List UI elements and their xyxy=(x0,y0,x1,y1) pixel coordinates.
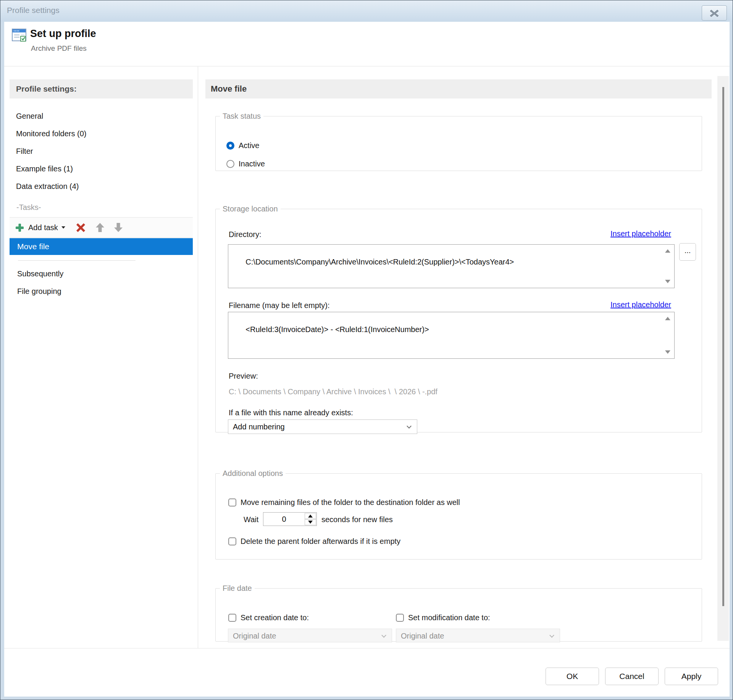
task-status-group: Task status Active Inactive xyxy=(215,112,702,171)
sidebar-heading: Profile settings: xyxy=(10,79,193,98)
filename-value: <RuleId:3(InvoiceDate)> - <RuleId:1(Invo… xyxy=(245,325,429,334)
profile-settings-window: Profile settings Set up profile Archive … xyxy=(0,0,733,700)
dropdown-caret-icon xyxy=(61,226,65,229)
sidebar-divider xyxy=(198,66,198,648)
task-list-separator xyxy=(18,260,136,261)
wait-suffix-label: seconds for new files xyxy=(321,515,393,524)
add-task-button[interactable]: Add task xyxy=(15,223,65,232)
set-creation-date-row: Set creation date to: xyxy=(228,613,309,623)
creation-date-dropdown[interactable]: Original date xyxy=(228,629,392,642)
additional-options-legend: Additional options xyxy=(220,469,286,478)
delete-parent-label: Delete the parent folder afterwards if i… xyxy=(241,536,400,546)
preview-label: Preview: xyxy=(229,371,258,381)
sidebar-item-general[interactable]: General xyxy=(10,107,193,125)
file-exists-dropdown[interactable]: Add numbering xyxy=(228,419,417,434)
ok-button[interactable]: OK xyxy=(546,668,599,685)
additional-options-group: Additional options Move remaining files … xyxy=(215,469,702,560)
chevron-down-icon xyxy=(407,424,412,429)
radio-inactive-label: Inactive xyxy=(239,159,265,169)
sidebar-item-filter[interactable]: Filter xyxy=(10,142,193,160)
filename-input[interactable]: <RuleId:3(InvoiceDate)> - <RuleId:1(Invo… xyxy=(228,312,675,359)
profile-window-icon xyxy=(11,27,28,44)
close-icon xyxy=(710,9,719,17)
file-exists-selected-value: Add numbering xyxy=(233,423,285,431)
preview-value: C: \ Documents \ Company \ Archive \ Inv… xyxy=(229,387,438,396)
scroll-up-arrow-icon[interactable] xyxy=(665,249,670,253)
titlebar: Profile settings xyxy=(0,0,733,22)
sidebar-item-monitored-folders[interactable]: Monitored folders (0) xyxy=(10,125,193,142)
browse-directory-button[interactable]: ... xyxy=(679,243,696,261)
chevron-down-icon xyxy=(549,633,554,638)
scroll-down-arrow-icon[interactable] xyxy=(665,350,670,354)
storage-location-group: Storage location Directory: Insert place… xyxy=(215,205,702,432)
radio-active[interactable] xyxy=(226,142,234,150)
spinner-up-icon xyxy=(308,515,313,518)
page-title: Set up profile xyxy=(30,28,96,40)
window-title: Profile settings xyxy=(7,6,60,15)
creation-date-selected-value: Original date xyxy=(233,632,276,640)
wait-label: Wait xyxy=(244,515,258,524)
spinner-buttons xyxy=(305,513,316,525)
page-subtitle: Archive PDF files xyxy=(31,44,87,53)
directory-value: C:\Documents\Company\Archive\Invoices\<R… xyxy=(245,258,514,266)
cancel-button[interactable]: Cancel xyxy=(605,668,659,685)
wait-seconds-spinner[interactable]: 0 xyxy=(263,512,317,526)
task-item-file-grouping[interactable]: File grouping xyxy=(10,282,193,300)
insert-placeholder-link-directory[interactable]: Insert placeholder xyxy=(610,229,671,238)
set-modification-date-label: Set modification date to: xyxy=(408,613,490,623)
spinner-down-icon xyxy=(308,521,313,524)
delete-parent-row: Delete the parent folder afterwards if i… xyxy=(228,536,400,546)
panel-scrollbar[interactable] xyxy=(717,76,729,641)
task-item-subsequently[interactable]: Subsequently xyxy=(10,265,193,282)
header-separator xyxy=(4,66,730,66)
task-item-move-file[interactable]: Move file xyxy=(10,238,193,255)
footer-separator xyxy=(4,648,730,648)
directory-input[interactable]: C:\Documents\Company\Archive\Invoices\<R… xyxy=(228,244,675,288)
directory-label: Directory: xyxy=(229,229,262,239)
insert-placeholder-link-filename[interactable]: Insert placeholder xyxy=(610,300,671,309)
file-date-legend: File date xyxy=(220,584,255,593)
arrow-up-icon xyxy=(95,222,105,233)
radio-inactive[interactable] xyxy=(226,160,234,168)
tasks-toolbar: Add task xyxy=(10,217,193,238)
set-creation-date-checkbox[interactable] xyxy=(228,614,236,622)
radio-row-active: Active xyxy=(226,140,259,150)
modification-date-selected-value: Original date xyxy=(401,632,444,640)
task-status-legend: Task status xyxy=(220,112,263,121)
move-remaining-checkbox[interactable] xyxy=(228,498,236,506)
panel-scrollbar-thumb[interactable] xyxy=(722,87,724,606)
wait-seconds-value[interactable]: 0 xyxy=(263,513,305,526)
radio-row-inactive: Inactive xyxy=(226,159,265,169)
delete-parent-checkbox[interactable] xyxy=(228,537,236,545)
move-task-up-button[interactable] xyxy=(95,222,105,233)
sidebar-item-example-files[interactable]: Example files (1) xyxy=(10,160,193,177)
modification-date-dropdown[interactable]: Original date xyxy=(396,629,560,642)
move-remaining-row: Move remaining files of the folder to th… xyxy=(228,497,460,507)
filename-label: Filename (may be left empty): xyxy=(229,300,330,310)
sidebar-item-data-extraction[interactable]: Data extraction (4) xyxy=(10,177,193,195)
storage-location-legend: Storage location xyxy=(220,205,281,213)
chevron-down-icon xyxy=(381,633,386,638)
arrow-down-icon xyxy=(113,222,124,233)
close-button[interactable] xyxy=(702,5,727,21)
delete-x-icon xyxy=(75,223,86,233)
set-modification-date-row: Set modification date to: xyxy=(396,613,490,623)
delete-task-button[interactable] xyxy=(75,223,86,233)
scroll-down-arrow-icon[interactable] xyxy=(665,280,670,283)
tasks-section-label: -Tasks- xyxy=(16,202,41,213)
file-date-group: File date Set creation date to: Set modi… xyxy=(215,584,702,642)
spinner-down-button[interactable] xyxy=(305,519,316,525)
plus-icon xyxy=(15,223,24,232)
radio-active-label: Active xyxy=(239,140,259,150)
scroll-up-arrow-icon[interactable] xyxy=(665,317,670,320)
add-task-label: Add task xyxy=(28,223,58,232)
file-exists-label: If a file with this name already exists: xyxy=(229,408,353,418)
set-modification-date-checkbox[interactable] xyxy=(396,614,404,622)
panel-title: Move file xyxy=(205,79,712,98)
apply-button[interactable]: Apply xyxy=(665,668,718,685)
set-creation-date-label: Set creation date to: xyxy=(241,613,309,623)
move-task-down-button[interactable] xyxy=(113,222,124,233)
move-remaining-label: Move remaining files of the folder to th… xyxy=(241,497,460,507)
spinner-up-button[interactable] xyxy=(305,513,316,519)
